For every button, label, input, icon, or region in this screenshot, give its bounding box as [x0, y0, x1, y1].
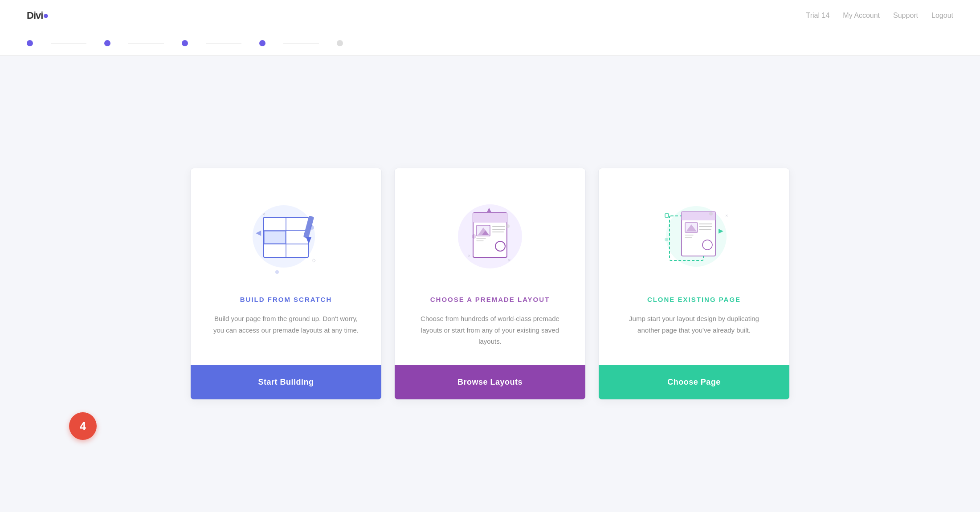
- nav-support: Support: [893, 12, 918, 20]
- svg-point-27: [506, 224, 510, 228]
- card-footer-2: Browse Layouts: [395, 365, 585, 399]
- card-body-3: ▶ × CLONE EXISTING PAGE Jump start your …: [600, 168, 788, 365]
- card-footer-3: Choose Page: [599, 365, 789, 399]
- build-from-scratch-card: ◀ ◇ × BUILD FROM SCRATCH Build your page…: [190, 168, 382, 400]
- cards-container: ◀ ◇ × BUILD FROM SCRATCH Build your page…: [183, 168, 797, 400]
- svg-text:×: ×: [262, 211, 265, 217]
- card-icon-3: ▶ ×: [636, 191, 752, 280]
- clone-existing-card: ▶ × CLONE EXISTING PAGE Jump start your …: [598, 168, 790, 400]
- svg-point-45: [665, 238, 668, 241]
- svg-point-12: [275, 270, 279, 274]
- choose-page-button[interactable]: Choose Page: [599, 365, 789, 399]
- step-5: [337, 40, 343, 46]
- svg-rect-5: [264, 231, 286, 244]
- svg-rect-46: [665, 214, 669, 217]
- nav-logout: Logout: [931, 12, 953, 20]
- card-desc-2: Choose from hundreds of world-class prem…: [414, 313, 566, 347]
- step-4: [259, 40, 265, 46]
- logo-accent: ●: [43, 10, 48, 21]
- premade-layout-icon: ▲ × ×: [441, 193, 539, 277]
- card-footer-1: Start Building: [191, 365, 381, 399]
- step-line-4: [283, 43, 319, 44]
- nav-trial: Trial 14: [806, 12, 830, 20]
- nav-account: My Account: [843, 12, 880, 20]
- svg-text:×: ×: [725, 213, 728, 218]
- card-desc-3: Jump start your layout design by duplica…: [618, 313, 770, 336]
- step-2: [104, 40, 110, 46]
- svg-text:◇: ◇: [312, 257, 316, 263]
- start-building-button[interactable]: Start Building: [191, 365, 381, 399]
- build-scratch-icon: ◀ ◇ ×: [237, 193, 335, 277]
- card-icon-1: ◀ ◇ ×: [228, 191, 344, 280]
- svg-point-43: [709, 212, 713, 215]
- step-line-2: [128, 43, 164, 44]
- nav-right: Trial 14 My Account Support Logout: [806, 12, 953, 20]
- main-content: ◀ ◇ × BUILD FROM SCRATCH Build your page…: [0, 56, 980, 512]
- card-title-2: CHOOSE A PREMADE LAYOUT: [430, 296, 550, 303]
- card-desc-1: Build your page from the ground up. Don'…: [210, 313, 362, 336]
- svg-text:×: ×: [468, 253, 470, 258]
- step-line-1: [51, 43, 86, 44]
- svg-point-11: [310, 225, 314, 230]
- step-line-3: [206, 43, 241, 44]
- step-badge: 4: [69, 412, 97, 440]
- logo: Divi●: [27, 10, 49, 21]
- card-title-1: BUILD FROM SCRATCH: [240, 296, 332, 303]
- step-bar: [0, 31, 980, 56]
- step-1: [27, 40, 33, 46]
- svg-text:▶: ▶: [719, 227, 723, 234]
- clone-page-icon: ▶ ×: [645, 193, 743, 277]
- svg-rect-15: [473, 213, 507, 223]
- svg-text:▲: ▲: [486, 206, 493, 213]
- card-body-1: ◀ ◇ × BUILD FROM SCRATCH Build your page…: [192, 168, 380, 365]
- step-3: [182, 40, 188, 46]
- card-title-3: CLONE EXISTING PAGE: [647, 296, 741, 303]
- svg-point-26: [472, 234, 476, 239]
- step-number: 4: [80, 419, 86, 433]
- choose-premade-card: ▲ × × CHOOSE A PREMADE LAYOUT Choose fro…: [394, 168, 586, 400]
- svg-text:×: ×: [508, 257, 510, 263]
- card-icon-2: ▲ × ×: [432, 191, 548, 280]
- browse-layouts-button[interactable]: Browse Layouts: [395, 365, 585, 399]
- card-body-2: ▲ × × CHOOSE A PREMADE LAYOUT Choose fro…: [396, 168, 584, 365]
- top-navigation: Divi● Trial 14 My Account Support Logout: [0, 0, 980, 31]
- svg-text:◀: ◀: [256, 229, 261, 236]
